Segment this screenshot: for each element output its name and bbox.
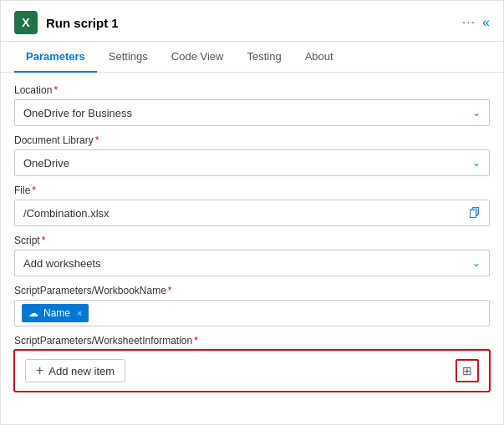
tab-testing[interactable]: Testing <box>235 42 293 73</box>
array-switch-icon[interactable]: ⊞ <box>456 359 479 382</box>
document-library-value: OneDrive <box>23 157 69 169</box>
script-chevron-icon: ⌄ <box>472 257 481 269</box>
workbook-name-label: ScriptParameters/WorkbookName* <box>14 285 490 296</box>
more-options-button[interactable]: ··· <box>462 15 476 30</box>
panel-body: Location* OneDrive for Business ⌄ Docume… <box>1 73 503 424</box>
location-required: * <box>53 84 58 96</box>
add-new-item-button[interactable]: + Add new item <box>25 359 125 382</box>
workbook-name-field-group: ScriptParameters/WorkbookName* ☁ Name × <box>14 285 490 326</box>
workbook-name-input[interactable]: ☁ Name × <box>14 300 490 326</box>
switch-icon-glyph: ⊞ <box>462 364 472 377</box>
header-right: ··· « <box>462 15 490 30</box>
panel-header: X Run script 1 ··· « <box>1 1 503 42</box>
panel-title: Run script 1 <box>46 16 119 30</box>
tag-close-button[interactable]: × <box>77 308 82 318</box>
tab-code-view[interactable]: Code View <box>160 42 236 73</box>
file-picker-icon[interactable]: 🗍 <box>469 206 481 220</box>
document-library-chevron-icon: ⌄ <box>472 157 481 169</box>
worksheet-info-field-group: ScriptParameters/WorksheetInformation* +… <box>14 335 490 392</box>
run-script-panel: X Run script 1 ··· « Parameters Settings… <box>0 0 504 425</box>
tab-about[interactable]: About <box>293 42 345 73</box>
location-chevron-icon: ⌄ <box>472 107 481 119</box>
header-left: X Run script 1 <box>14 11 119 34</box>
document-library-select[interactable]: OneDrive ⌄ <box>14 149 490 176</box>
tab-parameters[interactable]: Parameters <box>14 42 97 73</box>
file-label: File* <box>14 185 490 196</box>
tab-settings[interactable]: Settings <box>97 42 160 73</box>
file-input[interactable]: /Combination.xlsx 🗍 <box>14 200 490 226</box>
excel-icon: X <box>14 11 38 34</box>
document-library-field-group: Document Library* OneDrive ⌄ <box>14 134 490 176</box>
script-value: Add worksheets <box>23 257 101 270</box>
location-field-group: Location* OneDrive for Business ⌄ <box>14 84 490 126</box>
document-library-label: Document Library* <box>14 134 490 146</box>
worksheet-info-label: ScriptParameters/WorksheetInformation* <box>14 335 490 347</box>
location-select[interactable]: OneDrive for Business ⌄ <box>14 99 490 126</box>
file-required: * <box>32 185 36 196</box>
worksheet-info-required: * <box>194 335 198 347</box>
file-value: /Combination.xlsx <box>23 207 469 220</box>
location-value: OneDrive for Business <box>23 107 132 119</box>
cloud-icon: ☁ <box>28 307 38 319</box>
script-label: Script* <box>14 235 490 246</box>
script-select[interactable]: Add worksheets ⌄ <box>14 250 490 276</box>
doc-lib-required: * <box>95 134 99 146</box>
tag-label: Name <box>43 307 70 319</box>
collapse-button[interactable]: « <box>482 15 490 30</box>
workbook-name-tag: ☁ Name × <box>22 304 89 322</box>
script-required: * <box>42 235 46 246</box>
tabs-bar: Parameters Settings Code View Testing Ab… <box>1 42 503 73</box>
workbook-name-required: * <box>168 285 172 296</box>
file-field-group: File* /Combination.xlsx 🗍 <box>14 185 490 226</box>
script-field-group: Script* Add worksheets ⌄ <box>14 235 490 276</box>
plus-icon: + <box>36 364 43 377</box>
worksheet-info-array-box: + Add new item ⊞ <box>14 350 490 392</box>
location-label: Location* <box>14 84 490 96</box>
